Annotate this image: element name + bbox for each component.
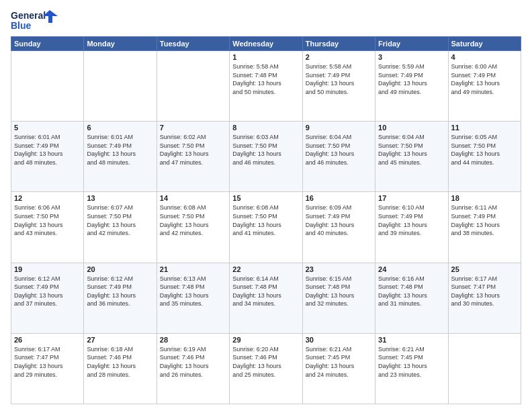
calendar-cell: 10Sunrise: 6:04 AM Sunset: 7:50 PM Dayli… — [375, 122, 448, 192]
svg-text:General: General — [11, 10, 46, 21]
day-info: Sunrise: 6:06 AM Sunset: 7:50 PM Dayligh… — [14, 203, 81, 237]
day-number: 14 — [160, 194, 226, 202]
day-info: Sunrise: 6:21 AM Sunset: 7:45 PM Dayligh… — [378, 345, 445, 379]
header: GeneralBlue — [11, 8, 521, 32]
calendar-cell: 14Sunrise: 6:08 AM Sunset: 7:50 PM Dayli… — [157, 192, 229, 263]
day-number: 11 — [451, 124, 518, 132]
general-blue-logo: GeneralBlue — [11, 8, 58, 32]
day-info: Sunrise: 5:58 AM Sunset: 7:49 PM Dayligh… — [306, 62, 372, 96]
col-header-tuesday: Tuesday — [157, 37, 229, 51]
day-info: Sunrise: 6:17 AM Sunset: 7:47 PM Dayligh… — [451, 275, 518, 308]
calendar-cell: 6Sunrise: 6:01 AM Sunset: 7:49 PM Daylig… — [84, 122, 157, 192]
day-info: Sunrise: 6:12 AM Sunset: 7:49 PM Dayligh… — [14, 275, 81, 308]
calendar-cell: 19Sunrise: 6:12 AM Sunset: 7:49 PM Dayli… — [11, 263, 84, 333]
day-number: 7 — [160, 124, 226, 132]
calendar-header-row: SundayMondayTuesdayWednesdayThursdayFrid… — [11, 37, 521, 51]
calendar-cell: 1Sunrise: 5:58 AM Sunset: 7:48 PM Daylig… — [230, 51, 302, 122]
day-number: 27 — [87, 336, 153, 344]
col-header-monday: Monday — [84, 37, 157, 51]
calendar-cell: 29Sunrise: 6:20 AM Sunset: 7:46 PM Dayli… — [230, 333, 302, 404]
col-header-sunday: Sunday — [11, 37, 84, 51]
col-header-thursday: Thursday — [302, 37, 375, 51]
calendar-cell — [84, 51, 157, 122]
calendar-cell: 12Sunrise: 6:06 AM Sunset: 7:50 PM Dayli… — [11, 192, 84, 263]
day-number: 19 — [14, 265, 81, 273]
day-number: 18 — [451, 194, 518, 202]
day-number: 23 — [306, 265, 372, 273]
week-row-2: 5Sunrise: 6:01 AM Sunset: 7:49 PM Daylig… — [11, 122, 521, 192]
col-header-saturday: Saturday — [448, 37, 521, 51]
day-number: 22 — [232, 265, 299, 273]
calendar-cell: 24Sunrise: 6:16 AM Sunset: 7:48 PM Dayli… — [375, 263, 448, 333]
day-number: 25 — [451, 265, 518, 273]
day-number: 15 — [232, 194, 299, 202]
day-number: 31 — [378, 336, 445, 344]
day-info: Sunrise: 6:04 AM Sunset: 7:50 PM Dayligh… — [306, 133, 372, 167]
col-header-wednesday: Wednesday — [230, 37, 302, 51]
day-number: 12 — [14, 194, 81, 202]
day-number: 24 — [378, 265, 445, 273]
day-number: 29 — [232, 336, 299, 344]
calendar-cell — [448, 333, 521, 404]
calendar-cell: 2Sunrise: 5:58 AM Sunset: 7:49 PM Daylig… — [302, 51, 375, 122]
day-info: Sunrise: 6:13 AM Sunset: 7:48 PM Dayligh… — [160, 275, 226, 308]
calendar-cell: 22Sunrise: 6:14 AM Sunset: 7:48 PM Dayli… — [230, 263, 302, 333]
day-info: Sunrise: 6:08 AM Sunset: 7:50 PM Dayligh… — [232, 203, 299, 237]
day-info: Sunrise: 6:16 AM Sunset: 7:48 PM Dayligh… — [378, 275, 445, 308]
calendar-cell: 20Sunrise: 6:12 AM Sunset: 7:49 PM Dayli… — [84, 263, 157, 333]
day-number: 9 — [306, 124, 372, 132]
day-info: Sunrise: 5:58 AM Sunset: 7:48 PM Dayligh… — [232, 62, 299, 96]
calendar-cell: 26Sunrise: 6:17 AM Sunset: 7:47 PM Dayli… — [11, 333, 84, 404]
day-info: Sunrise: 6:12 AM Sunset: 7:49 PM Dayligh… — [87, 275, 153, 308]
day-number: 16 — [306, 194, 372, 202]
page: GeneralBlue SundayMondayTuesdayWednesday… — [0, 0, 532, 411]
calendar-cell: 16Sunrise: 6:09 AM Sunset: 7:49 PM Dayli… — [302, 192, 375, 263]
calendar-cell: 7Sunrise: 6:02 AM Sunset: 7:50 PM Daylig… — [157, 122, 229, 192]
day-info: Sunrise: 6:03 AM Sunset: 7:50 PM Dayligh… — [232, 133, 299, 167]
calendar-cell: 25Sunrise: 6:17 AM Sunset: 7:47 PM Dayli… — [448, 263, 521, 333]
day-number: 13 — [87, 194, 153, 202]
day-info: Sunrise: 6:02 AM Sunset: 7:50 PM Dayligh… — [160, 133, 226, 167]
day-info: Sunrise: 6:07 AM Sunset: 7:50 PM Dayligh… — [87, 203, 153, 237]
day-info: Sunrise: 6:04 AM Sunset: 7:50 PM Dayligh… — [378, 133, 445, 167]
week-row-1: 1Sunrise: 5:58 AM Sunset: 7:48 PM Daylig… — [11, 51, 521, 122]
calendar-cell: 30Sunrise: 6:21 AM Sunset: 7:45 PM Dayli… — [302, 333, 375, 404]
calendar-table: SundayMondayTuesdayWednesdayThursdayFrid… — [11, 36, 521, 404]
day-number: 30 — [306, 336, 372, 344]
day-info: Sunrise: 6:14 AM Sunset: 7:48 PM Dayligh… — [232, 275, 299, 308]
calendar-cell: 4Sunrise: 6:00 AM Sunset: 7:49 PM Daylig… — [448, 51, 521, 122]
calendar-cell: 18Sunrise: 6:11 AM Sunset: 7:49 PM Dayli… — [448, 192, 521, 263]
calendar-cell: 11Sunrise: 6:05 AM Sunset: 7:50 PM Dayli… — [448, 122, 521, 192]
day-info: Sunrise: 6:01 AM Sunset: 7:49 PM Dayligh… — [14, 133, 81, 167]
day-info: Sunrise: 6:15 AM Sunset: 7:48 PM Dayligh… — [306, 275, 372, 308]
day-number: 1 — [232, 53, 299, 61]
day-info: Sunrise: 6:00 AM Sunset: 7:49 PM Dayligh… — [451, 62, 518, 96]
calendar-cell: 15Sunrise: 6:08 AM Sunset: 7:50 PM Dayli… — [230, 192, 302, 263]
day-number: 6 — [87, 124, 153, 132]
calendar-cell: 17Sunrise: 6:10 AM Sunset: 7:49 PM Dayli… — [375, 192, 448, 263]
day-number: 28 — [160, 336, 226, 344]
svg-text:Blue: Blue — [11, 20, 32, 31]
calendar-cell: 28Sunrise: 6:19 AM Sunset: 7:46 PM Dayli… — [157, 333, 229, 404]
day-number: 3 — [378, 53, 445, 61]
calendar-cell: 27Sunrise: 6:18 AM Sunset: 7:46 PM Dayli… — [84, 333, 157, 404]
day-info: Sunrise: 6:09 AM Sunset: 7:49 PM Dayligh… — [306, 203, 372, 237]
calendar-cell: 23Sunrise: 6:15 AM Sunset: 7:48 PM Dayli… — [302, 263, 375, 333]
calendar-cell: 9Sunrise: 6:04 AM Sunset: 7:50 PM Daylig… — [302, 122, 375, 192]
calendar-cell: 5Sunrise: 6:01 AM Sunset: 7:49 PM Daylig… — [11, 122, 84, 192]
calendar-cell — [157, 51, 229, 122]
day-info: Sunrise: 6:11 AM Sunset: 7:49 PM Dayligh… — [451, 203, 518, 237]
calendar-cell: 3Sunrise: 5:59 AM Sunset: 7:49 PM Daylig… — [375, 51, 448, 122]
day-info: Sunrise: 6:19 AM Sunset: 7:46 PM Dayligh… — [160, 345, 226, 379]
week-row-5: 26Sunrise: 6:17 AM Sunset: 7:47 PM Dayli… — [11, 333, 521, 404]
calendar-cell: 31Sunrise: 6:21 AM Sunset: 7:45 PM Dayli… — [375, 333, 448, 404]
logo: GeneralBlue — [11, 8, 58, 32]
day-info: Sunrise: 6:20 AM Sunset: 7:46 PM Dayligh… — [232, 345, 299, 379]
day-number: 5 — [14, 124, 81, 132]
day-number: 21 — [160, 265, 226, 273]
day-info: Sunrise: 6:18 AM Sunset: 7:46 PM Dayligh… — [87, 345, 153, 379]
calendar-cell — [11, 51, 84, 122]
calendar-cell: 8Sunrise: 6:03 AM Sunset: 7:50 PM Daylig… — [230, 122, 302, 192]
day-info: Sunrise: 6:08 AM Sunset: 7:50 PM Dayligh… — [160, 203, 226, 237]
week-row-4: 19Sunrise: 6:12 AM Sunset: 7:49 PM Dayli… — [11, 263, 521, 333]
